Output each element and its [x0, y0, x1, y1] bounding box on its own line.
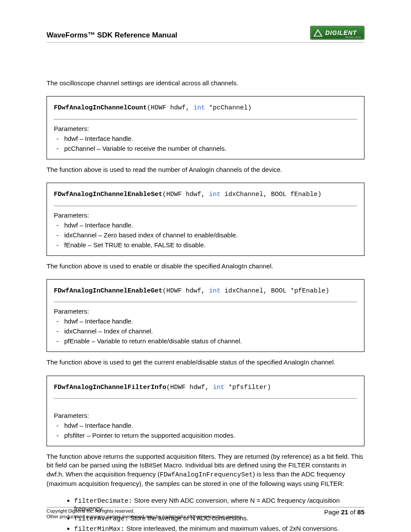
parameter-list: hdwf – Interface handle. idxChannel – In…: [54, 317, 357, 345]
parameter-item: hdwf – Interface handle.: [64, 221, 357, 229]
page-number: Page 21 of 85: [324, 508, 364, 516]
function-signature: FDwfAnalogInChannelCount(HDWF hdwf, int …: [54, 103, 357, 120]
filter-description: The function above returns the supported…: [47, 452, 364, 488]
parameter-item: pfsfilter – Pointer to return the suppor…: [64, 432, 357, 439]
parameter-item: hdwf – Interface handle.: [64, 135, 357, 142]
parameter-item: pfEnable – Variable to return enable/dis…: [64, 337, 357, 345]
function-box: FDwfAnalogInChannelFilterInfo(HDWF hdwf,…: [47, 376, 364, 447]
logo-subtext: BEYOND THEORY: [346, 37, 362, 38]
keyword-int: int: [213, 384, 224, 391]
parameters-label: Parameters:: [54, 212, 357, 219]
function-name: FDwfAnalogInChannelFilterInfo: [54, 384, 166, 391]
parameter-item: idxChannel – Index of channel.: [64, 327, 357, 335]
logo-triangle-icon: [313, 29, 323, 37]
page-header: WaveForms™ SDK Reference Manual DIGILENT…: [47, 26, 364, 43]
parameters-label: Parameters:: [54, 308, 357, 315]
function-description: The function above is used to enable or …: [47, 262, 364, 271]
function-box: FDwfAnalogInChannelEnableGet(HDWF hdwf, …: [47, 279, 364, 352]
function-signature: FDwfAnalogInChannelFilterInfo(HDWF hdwf,…: [54, 382, 357, 399]
keyword-int: int: [209, 287, 221, 295]
function-signature: FDwfAnalogInChannelEnableSet(HDWF hdwf, …: [54, 189, 357, 206]
function-description: The function above is used to get the cu…: [47, 358, 364, 367]
parameter-item: pcChannel – Variable to receive the numb…: [64, 145, 357, 152]
parameter-item: hdwf – Interface handle.: [64, 317, 357, 325]
parameter-list: hdwf – Interface handle. pcChannel – Var…: [54, 135, 357, 152]
intro-paragraph: The oscilloscope channel settings are id…: [47, 79, 364, 87]
page-footer: Copyright Digilent, Inc. All rights rese…: [47, 507, 364, 520]
function-name: FDwfAnalogInChannelEnableSet: [54, 191, 162, 198]
function-description: The function above is used to read the n…: [47, 165, 364, 174]
parameter-item: hdwf – Interface handle.: [64, 422, 357, 429]
function-name: FDwfAnalogInChannelCount: [54, 104, 147, 112]
digilent-logo: DIGILENT BEYOND THEORY: [310, 26, 364, 40]
parameters-label: Parameters:: [54, 125, 357, 132]
code-inline: FDwfAnalogInFrequencySet: [160, 471, 253, 479]
footer-copyright: Copyright Digilent, Inc. All rights rese…: [47, 508, 243, 520]
function-signature: FDwfAnalogInChannelEnableGet(HDWF hdwf, …: [54, 286, 357, 303]
function-box: FDwfAnalogInChannelCount(HDWF hdwf, int …: [47, 96, 364, 159]
keyword-int: int: [193, 104, 205, 112]
parameter-item: fEnable – Set TRUE to enable, FALSE to d…: [64, 241, 357, 249]
parameter-list: hdwf – Interface handle. pfsfilter – Poi…: [54, 422, 357, 439]
logo-text: DIGILENT: [325, 30, 357, 36]
function-box: FDwfAnalogInChannelEnableSet(HDWF hdwf, …: [47, 183, 364, 256]
parameters-label: Parameters:: [54, 412, 357, 419]
filter-item: filterMinMax: Store interleaved, the min…: [74, 525, 364, 532]
parameter-list: hdwf – Interface handle. idxChannel – Ze…: [54, 221, 357, 249]
header-title: WaveForms™ SDK Reference Manual: [47, 31, 177, 40]
parameter-item: idxChannel – Zero based index of channel…: [64, 231, 357, 239]
function-name: FDwfAnalogInChannelEnableGet: [54, 287, 162, 295]
keyword-int: int: [209, 191, 221, 198]
